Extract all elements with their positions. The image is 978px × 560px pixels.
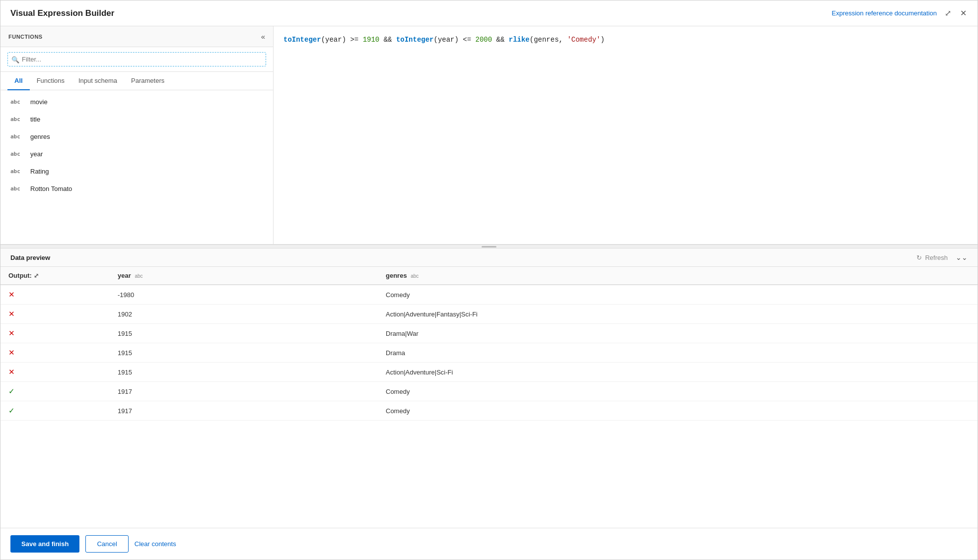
modal: Visual Expression Builder Expression ref… <box>0 0 978 560</box>
modal-footer: Save and finish Cancel Clear contents <box>0 528 978 560</box>
item-type-badge: abc <box>10 151 24 157</box>
check-icon: ✓ <box>8 406 15 415</box>
check-icon: ✓ <box>8 387 15 395</box>
cell-genres: Action|Adventure|Sci-Fi <box>378 363 978 382</box>
filter-wrapper: 🔍 <box>0 47 273 72</box>
refresh-icon: ↻ <box>916 254 922 261</box>
cell-output: ✓ <box>0 382 110 401</box>
item-label: Rating <box>30 168 49 175</box>
sidebar-items: abc movie abc title abc genres abc year … <box>0 90 273 244</box>
sidebar-item[interactable]: abc Rotton Tomato <box>0 180 273 197</box>
cell-genres: Drama|War <box>378 324 978 343</box>
modal-header: Visual Expression Builder Expression ref… <box>0 0 978 26</box>
cell-year: 1915 <box>110 343 378 363</box>
table-row: ✕-1980Comedy <box>0 285 978 305</box>
preview-header: Data preview ↻ Refresh ⌄⌄ <box>0 249 978 267</box>
editor-content[interactable]: toInteger(year) >= 1910 && toInteger(yea… <box>274 26 978 244</box>
sidebar-item[interactable]: abc Rating <box>0 163 273 180</box>
collapse-preview-icon[interactable]: ⌄⌄ <box>956 253 968 261</box>
cell-year: -1980 <box>110 285 378 305</box>
output-sort-icon[interactable]: ⤢ <box>34 272 39 279</box>
preview-controls: ↻ Refresh ⌄⌄ <box>916 253 968 261</box>
collapse-button[interactable]: « <box>261 32 265 41</box>
sidebar-item[interactable]: abc title <box>0 111 273 128</box>
cross-icon: ✕ <box>8 329 15 337</box>
table-header-row: Output: ⤢ year abc genres abc <box>0 267 978 285</box>
genres-type-badge: abc <box>411 273 419 279</box>
doc-link[interactable]: Expression reference documentation <box>832 9 937 17</box>
refresh-button[interactable]: ↻ Refresh <box>916 254 948 261</box>
tab-all[interactable]: All <box>7 72 30 90</box>
filter-inner: 🔍 <box>7 52 266 66</box>
cell-year: 1902 <box>110 305 378 324</box>
cross-icon: ✕ <box>8 368 15 376</box>
drag-handle[interactable] <box>0 245 978 249</box>
cell-output: ✕ <box>0 324 110 343</box>
modal-body: FUNCTIONS « 🔍 All Functions Input schema… <box>0 26 978 528</box>
col-header-genres: genres abc <box>378 267 978 285</box>
col-header-output: Output: ⤢ <box>0 267 110 285</box>
tab-parameters[interactable]: Parameters <box>124 72 171 90</box>
refresh-label: Refresh <box>925 254 948 261</box>
item-label: Rotton Tomato <box>30 185 72 192</box>
editor-area: toInteger(year) >= 1910 && toInteger(yea… <box>274 26 978 244</box>
table-row: ✓1917Comedy <box>0 382 978 401</box>
cell-output: ✕ <box>0 363 110 382</box>
table-row: ✕1915Drama|War <box>0 324 978 343</box>
item-type-badge: abc <box>10 133 24 140</box>
item-type-badge: abc <box>10 99 24 105</box>
cell-genres: Comedy <box>378 382 978 401</box>
sidebar-title: FUNCTIONS <box>8 34 43 40</box>
table-head: Output: ⤢ year abc genres abc <box>0 267 978 285</box>
cell-year: 1915 <box>110 363 378 382</box>
item-type-badge: abc <box>10 116 24 123</box>
data-preview: Data preview ↻ Refresh ⌄⌄ Output: ⤢ <box>0 249 978 528</box>
save-and-finish-button[interactable]: Save and finish <box>10 535 79 553</box>
sidebar-item[interactable]: abc year <box>0 145 273 163</box>
cell-genres: Comedy <box>378 401 978 421</box>
cancel-button[interactable]: Cancel <box>85 535 128 553</box>
item-label: movie <box>30 98 48 106</box>
cross-icon: ✕ <box>8 310 15 318</box>
preview-title: Data preview <box>10 254 50 261</box>
cell-output: ✕ <box>0 285 110 305</box>
tab-functions[interactable]: Functions <box>30 72 71 90</box>
drag-dots <box>482 246 496 248</box>
table-row: ✕1902Action|Adventure|Fantasy|Sci-Fi <box>0 305 978 324</box>
tab-input-schema[interactable]: Input schema <box>71 72 124 90</box>
item-label: year <box>30 150 43 158</box>
filter-input[interactable] <box>7 52 266 66</box>
search-icon: 🔍 <box>11 56 19 63</box>
sidebar-item[interactable]: abc genres <box>0 128 273 145</box>
item-type-badge: abc <box>10 186 24 192</box>
close-icon[interactable]: ✕ <box>959 7 968 19</box>
cross-icon: ✕ <box>8 348 15 357</box>
clear-contents-button[interactable]: Clear contents <box>135 540 176 548</box>
cell-output: ✕ <box>0 305 110 324</box>
preview-table: Output: ⤢ year abc genres abc ✕-198 <box>0 267 978 421</box>
top-section: FUNCTIONS « 🔍 All Functions Input schema… <box>0 26 978 245</box>
sidebar-item[interactable]: abc movie <box>0 93 273 111</box>
table-row: ✓1917Comedy <box>0 401 978 421</box>
cell-genres: Comedy <box>378 285 978 305</box>
sidebar: FUNCTIONS « 🔍 All Functions Input schema… <box>0 26 274 244</box>
item-label: genres <box>30 133 50 140</box>
sidebar-header: FUNCTIONS « <box>0 26 273 47</box>
preview-table-wrapper: Output: ⤢ year abc genres abc ✕-198 <box>0 267 978 528</box>
table-row: ✕1915Action|Adventure|Sci-Fi <box>0 363 978 382</box>
cell-genres: Drama <box>378 343 978 363</box>
item-label: title <box>30 116 40 123</box>
col-header-year: year abc <box>110 267 378 285</box>
table-row: ✕1915Drama <box>0 343 978 363</box>
year-type-badge: abc <box>135 273 142 279</box>
table-body: ✕-1980Comedy✕1902Action|Adventure|Fantas… <box>0 285 978 421</box>
cell-year: 1915 <box>110 324 378 343</box>
item-type-badge: abc <box>10 168 24 175</box>
cell-year: 1917 <box>110 401 378 421</box>
sidebar-tabs: All Functions Input schema Parameters <box>0 72 273 90</box>
expand-icon[interactable]: ⤢ <box>944 7 952 19</box>
cell-output: ✓ <box>0 401 110 421</box>
header-right: Expression reference documentation ⤢ ✕ <box>832 7 968 19</box>
modal-title: Visual Expression Builder <box>10 8 114 18</box>
cell-genres: Action|Adventure|Fantasy|Sci-Fi <box>378 305 978 324</box>
